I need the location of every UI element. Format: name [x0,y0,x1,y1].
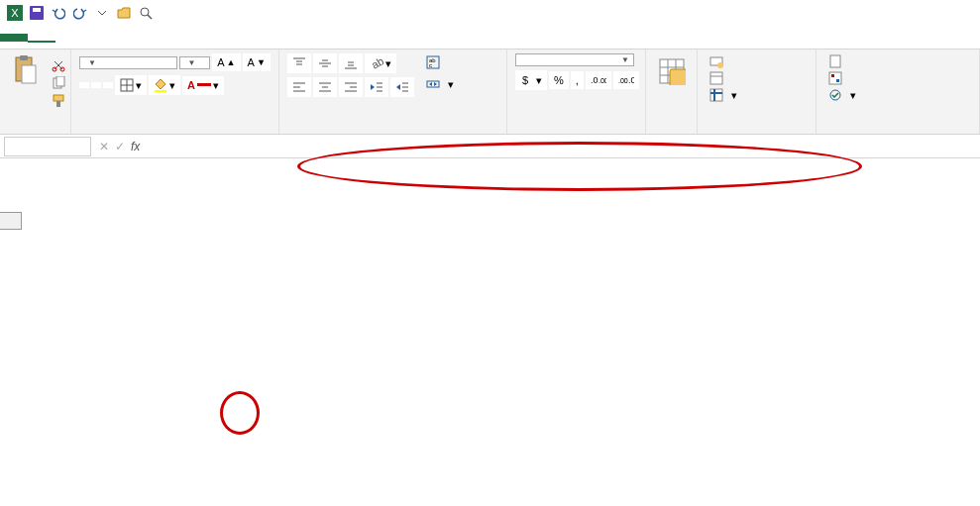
italic-button[interactable] [91,82,101,88]
svg-rect-48 [427,81,439,87]
paste-button[interactable] [8,53,44,91]
increase-indent-icon[interactable] [390,77,414,97]
svg-rect-70 [836,79,839,82]
svg-rect-18 [155,90,166,92]
define-name-button[interactable] [706,53,731,69]
font-name-combo[interactable]: ▼ [79,56,177,69]
fill-color-button[interactable]: ▾ [149,75,180,95]
svg-text:X: X [11,7,19,19]
svg-text:.00: .00 [599,77,606,84]
enter-formula-icon[interactable]: ✓ [115,140,125,153]
fx-icon[interactable]: fx [131,140,140,153]
currency-icon[interactable]: $▾ [515,70,547,90]
tab-insert[interactable] [55,34,83,42]
orientation-icon[interactable]: ab▾ [365,53,396,73]
select-all-corner[interactable] [0,212,22,230]
copy-icon[interactable] [50,75,67,91]
freeze-panes-button[interactable]: ▾ [706,87,741,103]
formula-input[interactable] [148,138,976,155]
align-right-icon[interactable] [339,77,363,97]
group-label-font [79,130,271,132]
svg-text:.0: .0 [591,75,599,85]
svg-text:.00: .00 [618,77,628,84]
tab-data[interactable] [139,34,166,42]
cancel-formula-icon[interactable]: ✕ [99,140,109,153]
group-names: ▾ [698,50,817,134]
format-cells-button[interactable] [654,53,690,91]
tab-home[interactable] [28,33,55,43]
percent-icon[interactable]: % [549,71,569,89]
redo-icon[interactable] [69,2,91,24]
svg-rect-12 [56,76,64,86]
open-icon[interactable] [113,2,135,24]
undo-icon[interactable] [48,2,69,24]
svg-rect-67 [830,55,840,67]
svg-text:.0: .0 [628,75,634,85]
tab-view[interactable] [194,34,222,42]
svg-point-4 [141,8,149,16]
data-validation-button[interactable]: ▾ [824,87,860,103]
svg-text:ab: ab [370,56,383,70]
svg-text:c: c [429,62,432,68]
group-mrquan: ▾ [817,50,980,134]
tab-file[interactable] [0,34,28,42]
align-center-icon[interactable] [313,77,337,97]
svg-point-61 [717,62,723,68]
decrease-indent-icon[interactable] [365,77,388,97]
tab-page-layout[interactable] [83,34,111,42]
dropdown-icon[interactable] [91,2,113,24]
svg-rect-13 [54,95,63,101]
underline-button[interactable] [103,82,113,88]
ribbon-tabs [0,26,980,50]
font-color-button[interactable]: A▾ [182,76,224,95]
svg-rect-7 [20,55,28,60]
align-left-icon[interactable] [287,77,311,97]
decrease-decimal-icon[interactable]: .00.0 [613,71,639,89]
group-font: ▼ ▼ A▲ A▼ ▾ ▾ A▾ [71,50,279,134]
group-label-alignment [287,130,498,132]
bold-button[interactable] [79,82,89,88]
print-preview-icon[interactable] [135,2,157,24]
quick-access-toolbar: X [0,0,980,26]
svg-rect-8 [22,65,36,83]
svg-rect-62 [710,72,722,84]
conditional-formatting-button[interactable] [824,70,850,86]
svg-rect-64 [710,89,722,101]
name-manager-button[interactable] [706,70,731,86]
save-icon[interactable] [26,2,48,24]
svg-line-5 [148,15,152,19]
comma-icon[interactable]: , [571,71,584,89]
align-top-icon[interactable] [287,53,311,73]
svg-text:$: $ [522,74,528,86]
svg-rect-14 [56,101,60,107]
merge-center-button[interactable]: ▾ [420,75,460,93]
font-size-combo[interactable]: ▼ [179,56,211,69]
shrink-font-icon[interactable]: A▼ [243,53,271,71]
cut-icon[interactable] [50,57,67,73]
grow-font-icon[interactable]: A▲ [212,53,240,71]
format-painter-icon[interactable] [50,93,67,109]
number-format-combo[interactable]: ▼ [515,53,634,66]
align-middle-icon[interactable] [313,53,337,73]
spreadsheet [0,212,980,230]
tab-formulas[interactable] [111,34,139,42]
name-box[interactable] [4,137,91,156]
align-bottom-icon[interactable] [339,53,363,73]
formula-bar: ✕ ✓ fx [0,135,980,158]
group-clipboard [0,50,71,134]
svg-rect-59 [670,69,686,85]
group-label-clipboard [8,130,62,132]
wrap-text-button[interactable]: abc [420,53,460,71]
increase-decimal-icon[interactable]: .0.00 [586,71,611,89]
group-number: ▼ $▾ % , .0.00 .00.0 [507,50,646,134]
svg-rect-3 [33,8,41,12]
group-alignment: ab▾ abc ▾ [279,50,507,134]
svg-rect-69 [831,74,834,77]
excel-icon[interactable]: X [4,2,26,24]
page-setup-button[interactable] [824,53,850,69]
border-button[interactable]: ▾ [115,75,147,95]
group-format-cells [646,50,698,134]
svg-rect-68 [829,72,841,84]
annotation-ellipse-cell [220,391,260,435]
tab-review[interactable] [166,34,194,42]
